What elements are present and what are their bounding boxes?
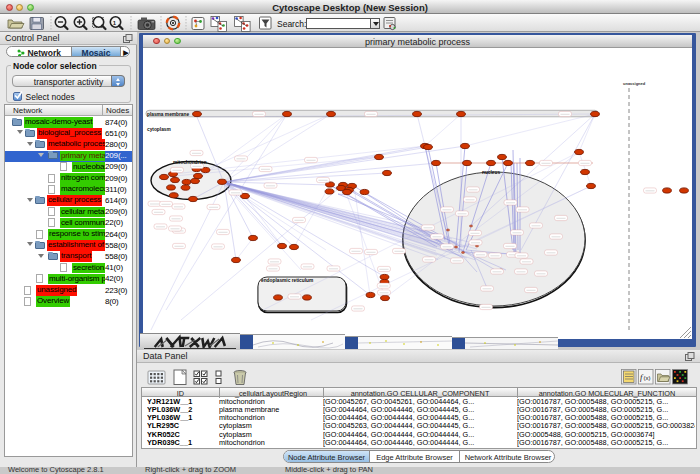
svg-text:plasma membrane: plasma membrane bbox=[147, 112, 189, 117]
svg-text:unassigned: unassigned bbox=[623, 81, 646, 86]
svg-text:nucleus: nucleus bbox=[482, 170, 500, 175]
svg-text:mitochondrion: mitochondrion bbox=[173, 160, 207, 165]
svg-text:cytoplasm: cytoplasm bbox=[147, 127, 171, 132]
svg-text:endoplasmic reticulum: endoplasmic reticulum bbox=[261, 278, 313, 283]
